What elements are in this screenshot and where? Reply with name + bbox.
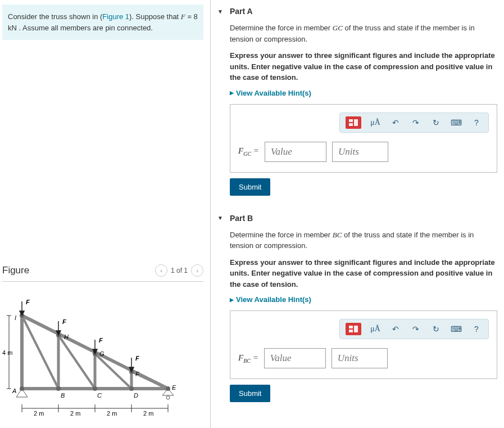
figure-section: Figure ‹ 1 of 1 › xyxy=(2,260,203,428)
answer-toolbar: μÅ ↶ ↷ ↻ ⌨ ? xyxy=(339,319,489,339)
value-input[interactable] xyxy=(264,348,326,368)
figure-counter: 1 of 1 xyxy=(171,267,188,274)
right-panel: ▼ Part A Determine the force in member G… xyxy=(211,0,504,428)
var-f: F xyxy=(181,12,185,21)
keyboard-icon[interactable]: ⌨ xyxy=(450,323,462,335)
help-icon[interactable]: ? xyxy=(470,323,483,335)
part-b-instruction: Express your answer to three significant… xyxy=(230,257,497,290)
units-input[interactable] xyxy=(332,348,388,368)
part-b: ▼ Part B Determine the force in member B… xyxy=(217,211,497,403)
svg-point-14 xyxy=(56,386,61,391)
answer-row: FGC = xyxy=(238,142,489,162)
svg-text:C: C xyxy=(97,392,102,399)
answer-box-a: μÅ ↶ ↷ ↻ ⌨ ? FGC = xyxy=(230,104,497,173)
svg-point-16 xyxy=(129,386,134,391)
svg-point-13 xyxy=(20,386,24,391)
svg-text:F: F xyxy=(135,355,139,362)
prev-figure-button[interactable]: ‹ xyxy=(155,264,167,277)
submit-button[interactable]: Submit xyxy=(230,178,270,196)
svg-text:H: H xyxy=(64,334,69,340)
figure-title: Figure xyxy=(2,265,29,276)
triangle-right-icon: ▶ xyxy=(230,297,234,303)
units-symbol-button[interactable]: μÅ xyxy=(369,323,382,335)
svg-rect-63 xyxy=(349,326,353,328)
reset-icon[interactable]: ↻ xyxy=(430,117,442,128)
answer-label: FBC = xyxy=(238,353,258,364)
answer-row: FBC = xyxy=(238,348,489,368)
svg-rect-61 xyxy=(354,119,358,126)
svg-text:2 m: 2 m xyxy=(34,410,44,417)
svg-text:F: F xyxy=(26,299,30,305)
help-icon[interactable]: ? xyxy=(470,117,483,128)
svg-rect-60 xyxy=(349,119,353,122)
units-input[interactable] xyxy=(332,142,388,162)
svg-text:B: B xyxy=(61,392,65,399)
templates-icon[interactable] xyxy=(346,323,361,335)
problem-text: ). Suppose that xyxy=(129,12,181,21)
undo-icon[interactable]: ↶ xyxy=(389,117,402,128)
part-b-title: Part B xyxy=(230,214,253,223)
problem-text: Consider the truss shown in ( xyxy=(8,12,102,21)
figure-body: F F F F I H G F A B C D E xyxy=(2,282,203,428)
svg-rect-62 xyxy=(349,123,353,126)
svg-text:4 m: 4 m xyxy=(2,349,12,356)
part-a: ▼ Part A Determine the force in member G… xyxy=(217,4,497,196)
answer-box-b: μÅ ↶ ↷ ↻ ⌨ ? FBC = xyxy=(230,310,497,379)
svg-rect-64 xyxy=(354,326,358,332)
svg-text:G: G xyxy=(99,350,105,357)
svg-rect-65 xyxy=(349,330,353,332)
view-hints-link[interactable]: ▶View Available Hint(s) xyxy=(230,89,497,97)
left-panel: Consider the truss shown in (Figure 1). … xyxy=(0,0,211,428)
triangle-right-icon: ▶ xyxy=(230,90,234,96)
figure-nav: ‹ 1 of 1 › xyxy=(155,264,203,277)
svg-text:I: I xyxy=(15,314,16,321)
svg-text:D: D xyxy=(134,392,138,399)
answer-label: FGC = xyxy=(238,146,259,157)
svg-point-17 xyxy=(166,386,170,391)
part-b-header[interactable]: ▼ Part B xyxy=(217,211,497,229)
svg-text:2 m: 2 m xyxy=(143,410,153,417)
templates-icon[interactable] xyxy=(346,116,361,129)
next-figure-button[interactable]: › xyxy=(191,264,203,277)
svg-text:F: F xyxy=(62,318,66,325)
figure-header: Figure ‹ 1 of 1 › xyxy=(2,260,203,282)
svg-point-15 xyxy=(93,386,97,391)
svg-text:2 m: 2 m xyxy=(107,410,117,417)
undo-icon[interactable]: ↶ xyxy=(389,323,402,335)
units-symbol-button[interactable]: μÅ xyxy=(369,117,382,128)
answer-toolbar: μÅ ↶ ↷ ↻ ⌨ ? xyxy=(339,112,489,133)
part-a-instruction: Express your answer to three significant… xyxy=(230,50,497,83)
submit-button[interactable]: Submit xyxy=(230,385,270,402)
problem-statement: Consider the truss shown in (Figure 1). … xyxy=(2,4,203,40)
problem-text: . Assume all members are pin connected. xyxy=(17,24,153,32)
part-a-header[interactable]: ▼ Part A xyxy=(217,4,497,22)
svg-text:2 m: 2 m xyxy=(70,410,80,417)
redo-icon[interactable]: ↷ xyxy=(410,323,422,335)
caret-down-icon: ▼ xyxy=(217,215,223,221)
view-hints-link[interactable]: ▶View Available Hint(s) xyxy=(230,295,497,304)
caret-down-icon: ▼ xyxy=(217,8,223,15)
part-a-question: Determine the force in member GC of the … xyxy=(230,22,497,44)
svg-line-11 xyxy=(95,354,131,389)
part-a-title: Part A xyxy=(230,7,253,16)
redo-icon[interactable]: ↷ xyxy=(410,117,422,128)
value-input[interactable] xyxy=(265,142,326,162)
svg-text:A: A xyxy=(12,388,16,394)
svg-text:F: F xyxy=(99,337,103,344)
part-b-question: Determine the force in member BC of the … xyxy=(230,229,497,251)
truss-diagram: F F F F I H G F A B C D E xyxy=(2,293,182,422)
keyboard-icon[interactable]: ⌨ xyxy=(450,117,462,128)
reset-icon[interactable]: ↻ xyxy=(430,323,442,335)
svg-point-2 xyxy=(166,396,170,399)
figure-link[interactable]: Figure 1 xyxy=(102,12,129,21)
svg-text:E: E xyxy=(172,384,176,391)
